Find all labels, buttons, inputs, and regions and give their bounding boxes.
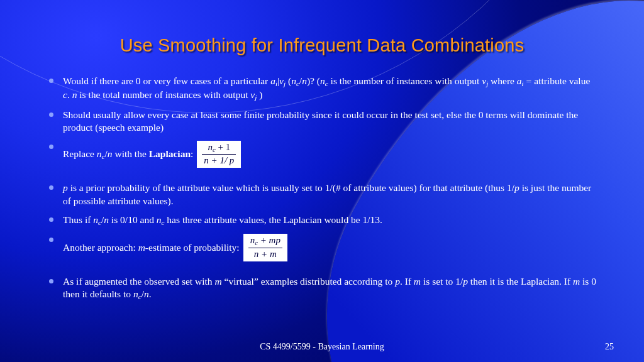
text: Another approach: m-estimate of probabil… [63, 241, 240, 254]
var-a: ai [270, 75, 277, 86]
slide-title: Use Smoothing for Infrequent Data Combin… [45, 35, 599, 56]
var-n: n [302, 75, 307, 86]
footer-course: CS 4499/5599 - Bayesian Learning [0, 342, 644, 352]
text: = attribute value [524, 75, 591, 86]
var-m2: m [414, 276, 421, 287]
text: is a prior probability of the attribute … [68, 182, 514, 193]
bullet-1: Would if there are 0 or very few cases o… [45, 75, 599, 102]
dot: . [67, 89, 72, 100]
text: then it is the Laplacian. If [468, 276, 573, 287]
text: “virtual” examples distributed according… [222, 276, 395, 287]
bullet-3: Replace nc/n with the Laplacian: nc + 1 … [45, 141, 599, 168]
footer-page-number: 25 [605, 342, 614, 352]
var-nc3: nc [93, 214, 101, 225]
text: As if augmented the observed set with [63, 276, 214, 287]
text: has three attribute values, the Laplacia… [164, 214, 382, 225]
text: is set to 1/ [421, 276, 463, 287]
bullet-list: Would if there are 0 or very few cases o… [45, 75, 599, 302]
text: is the number of instances with output [328, 75, 482, 86]
lp: ( [286, 75, 291, 86]
var-m: m [214, 276, 221, 287]
text: . If [400, 276, 414, 287]
formula-m-estimate: nc + mp n + m [243, 234, 287, 261]
var-n4: n [144, 288, 149, 299]
var-ai: ai [517, 75, 524, 86]
text: is 0/10 and [109, 214, 157, 225]
var-vj: vj [482, 75, 488, 86]
var-v: vj [279, 75, 286, 86]
var-m3: m [573, 276, 580, 287]
text: Replace nc/n with the Laplacian: [63, 148, 193, 162]
var-n3: n [104, 214, 109, 225]
text: Thus if [63, 214, 93, 225]
bullet-7: As if augmented the observed set with m … [45, 275, 599, 302]
bullet-6: Another approach: m-estimate of probabil… [45, 234, 599, 261]
var-p: p [63, 182, 68, 193]
text: Would if there are 0 or very few cases o… [63, 75, 270, 86]
var-nc4: nc [157, 214, 165, 225]
bullet-5: Thus if nc/n is 0/10 and nc has three at… [45, 214, 599, 228]
bullet-4: p is a prior probability of the attribut… [45, 182, 599, 207]
var-p4: p [463, 276, 468, 287]
var-nc: nc [291, 75, 299, 86]
var-p2: p [514, 182, 519, 193]
text: ? ( [310, 75, 320, 86]
text: where [488, 75, 517, 86]
var-c: c [63, 89, 67, 100]
var-vj2: vj [250, 89, 257, 100]
text: is the total number of instances with ou… [77, 89, 250, 100]
bullet-2: Should usually allow every case at least… [45, 109, 599, 134]
var-p3: p [395, 276, 400, 287]
text: . [149, 288, 152, 299]
slide: Use Smoothing for Infrequent Data Combin… [0, 0, 644, 362]
var-nc5: nc [133, 288, 142, 299]
text: ) [257, 89, 262, 100]
formula-laplacian: nc + 1 n + 1/ p [197, 141, 241, 168]
var-nc2: nc [320, 75, 328, 86]
